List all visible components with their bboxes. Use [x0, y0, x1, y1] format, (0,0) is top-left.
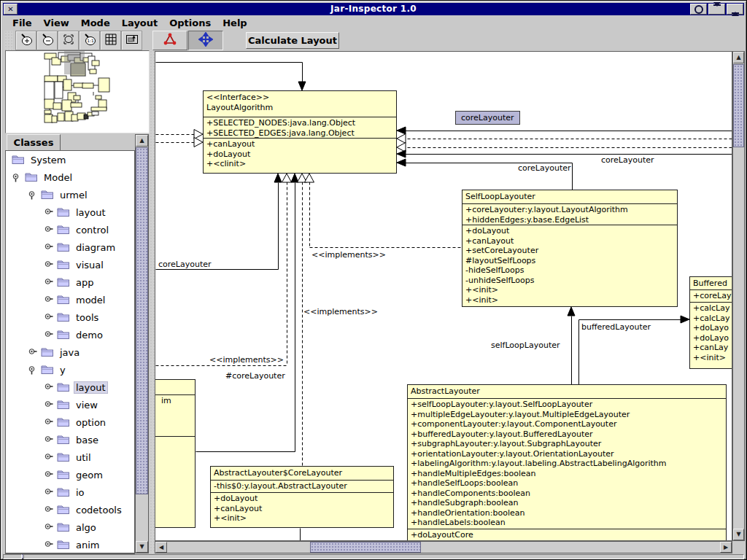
menu-item-layout[interactable]: Layout — [116, 18, 164, 28]
calculate-layout-button[interactable]: Calculate Layout — [246, 32, 339, 49]
move-mode-button[interactable] — [188, 31, 223, 50]
zoom-actual-size-button[interactable]: 1:1 — [79, 31, 100, 50]
window-raise-button[interactable] — [727, 4, 743, 15]
tree-expander-collapsed-icon[interactable] — [44, 225, 53, 235]
canvas-scroll-down-button[interactable]: ▼ — [733, 529, 744, 540]
tree-expander-expanded-icon[interactable] — [12, 173, 21, 182]
tree-expander-collapsed-icon[interactable] — [44, 453, 53, 462]
tree-expander-collapsed-icon[interactable] — [44, 435, 53, 445]
tree-item-label: y — [58, 364, 68, 376]
tree-item-model[interactable]: model — [6, 291, 134, 308]
tree-item-demo[interactable]: demo — [6, 326, 134, 343]
tree-item-view[interactable]: view — [6, 396, 134, 413]
menu-item-help[interactable]: Help — [217, 18, 252, 28]
uml-class-layout-algorithm[interactable]: <<Interface>>LayoutAlgorithm+SELECTED_NO… — [203, 90, 397, 174]
tree-expander-collapsed-icon[interactable] — [44, 523, 53, 532]
tree-expander-collapsed-icon[interactable] — [44, 505, 53, 515]
uml-class-abstract-layouter-core-layouter[interactable]: AbstractLayouter$CoreLayouter-this$0:y.l… — [210, 466, 394, 528]
tree-expander-collapsed-icon[interactable] — [44, 260, 53, 270]
edge-label[interactable]: bufferedLayouter — [581, 322, 651, 332]
menu-item-view[interactable]: View — [38, 18, 75, 28]
uml-attribute-row: im — [155, 396, 192, 406]
fit-content-button[interactable] — [121, 31, 142, 50]
tree-vertical-scrollbar-thumb[interactable] — [136, 147, 148, 494]
tree-item-diagram[interactable]: diagram — [6, 238, 134, 256]
uml-class-buffered-layouter[interactable]: Buffered+coreLay+calcLay+calcLay+doLayo+… — [689, 276, 732, 369]
tree-expander-collapsed-icon[interactable] — [44, 208, 53, 217]
tree-item-control[interactable]: control — [6, 221, 134, 238]
tree-expander-collapsed-icon[interactable] — [44, 243, 53, 252]
tree-scroll-down-button[interactable]: ▼ — [136, 541, 148, 553]
window-lower-button[interactable] — [708, 4, 725, 15]
tree-item-util[interactable]: util — [6, 448, 134, 466]
tree-item-tools[interactable]: tools — [6, 308, 134, 326]
tree-item-java[interactable]: java — [6, 343, 134, 361]
tree-scroll-up-button[interactable]: ▲ — [136, 135, 148, 147]
canvas-scroll-right-button[interactable]: ▶ — [720, 542, 732, 553]
tree-item-Model[interactable]: Model — [6, 168, 134, 186]
edge-label[interactable]: <<implements>> — [209, 355, 284, 365]
tree-item-base[interactable]: base — [6, 431, 134, 448]
edge-label[interactable]: #coreLayouter — [225, 371, 285, 381]
canvas-horizontal-scrollbar-thumb[interactable] — [310, 542, 421, 553]
overview-panel[interactable] — [5, 50, 150, 133]
edge-label[interactable]: <<implements>> — [311, 250, 386, 260]
zoom-out-button[interactable] — [36, 31, 58, 50]
uml-class-abstract-layouter[interactable]: AbstractLayouter+selfLoopLayouter:y.layo… — [407, 384, 727, 541]
tree-vertical-scrollbar[interactable]: ▲ ▼ — [135, 134, 149, 553]
edge-label[interactable]: coreLayouter — [601, 155, 654, 165]
canvas-vertical-scrollbar[interactable]: ▲ ▼ — [732, 51, 745, 541]
tree-item-geom[interactable]: geom — [6, 466, 134, 483]
uml-attribute-row: +handleComponents:boolean — [411, 489, 723, 499]
tree-expander-expanded-icon[interactable] — [28, 190, 37, 200]
edge-label[interactable]: coreLayouter — [518, 163, 571, 173]
edge-label-selected[interactable]: coreLayouter — [455, 111, 520, 125]
tree-expander-collapsed-icon[interactable] — [44, 400, 53, 410]
tree-expander-collapsed-icon[interactable] — [44, 488, 53, 497]
uml-class-partial-class-left[interactable]: im — [155, 379, 196, 528]
tree-expander-collapsed-icon[interactable] — [44, 383, 53, 392]
edit-mode-button[interactable] — [152, 31, 187, 50]
edge-label[interactable]: coreLayouter — [158, 260, 212, 269]
tree-expander-collapsed-icon[interactable] — [44, 470, 53, 480]
tree-expander-collapsed-icon[interactable] — [44, 278, 53, 287]
toolbar-grip[interactable] — [4, 31, 13, 50]
tree-item-io[interactable]: io — [6, 483, 134, 501]
menu-item-file[interactable]: File — [7, 18, 38, 28]
window-circle-button[interactable] — [690, 4, 707, 15]
canvas-scroll-up-button[interactable]: ▲ — [733, 52, 744, 63]
tree-item-app[interactable]: app — [6, 273, 134, 291]
zoom-in-button[interactable] — [15, 31, 36, 50]
tree-expander-collapsed-icon[interactable] — [44, 313, 53, 322]
tree-item-layout[interactable]: layout — [6, 203, 134, 221]
menu-item-mode[interactable]: Mode — [75, 18, 116, 28]
canvas-horizontal-scrollbar[interactable]: ◀ ▶ — [155, 541, 732, 553]
uml-class-self-loop-layouter[interactable]: SelfLoopLayouter+coreLayouter:y.layout.L… — [462, 190, 678, 307]
tree-expander-collapsed-icon[interactable] — [44, 330, 53, 340]
title-bar[interactable]: ✕ Jar-Inspector 1.0 — [3, 3, 744, 15]
tree-item-System[interactable]: System — [6, 151, 134, 168]
zoom-area-button[interactable] — [58, 31, 79, 50]
grid-button[interactable] — [100, 31, 121, 50]
tree-item-visual[interactable]: visual — [6, 256, 134, 273]
tree-expander-collapsed-icon[interactable] — [28, 348, 37, 357]
tree-item-layout[interactable]: layout — [6, 378, 134, 396]
tree-item-option[interactable]: option — [6, 413, 134, 431]
tree-item-algo[interactable]: algo — [6, 518, 134, 536]
tree-expander-expanded-icon[interactable] — [28, 365, 37, 375]
tree-item-label: diagram — [74, 241, 117, 254]
tree-item-y[interactable]: y — [6, 361, 134, 378]
menu-item-options[interactable]: Options — [163, 18, 217, 28]
tree-expander-collapsed-icon[interactable] — [44, 540, 53, 550]
tree-item-urmel[interactable]: urmel — [6, 186, 134, 203]
canvas-vertical-scrollbar-thumb[interactable] — [733, 64, 744, 147]
tree-expander-collapsed-icon[interactable] — [44, 418, 53, 427]
tab-classes[interactable]: Classes — [7, 134, 61, 151]
edge-label[interactable]: selfLoopLayouter — [491, 341, 560, 350]
edge-label[interactable]: <<implements>> — [303, 307, 378, 316]
tree-item-anim[interactable]: anim — [6, 536, 134, 553]
tree-expander-collapsed-icon[interactable] — [44, 295, 53, 305]
diagram-canvas[interactable]: <<Interface>>LayoutAlgorithm+SELECTED_NO… — [155, 51, 732, 541]
tree-item-codetools[interactable]: codetools — [6, 501, 134, 518]
canvas-scroll-left-button[interactable]: ◀ — [155, 542, 167, 553]
